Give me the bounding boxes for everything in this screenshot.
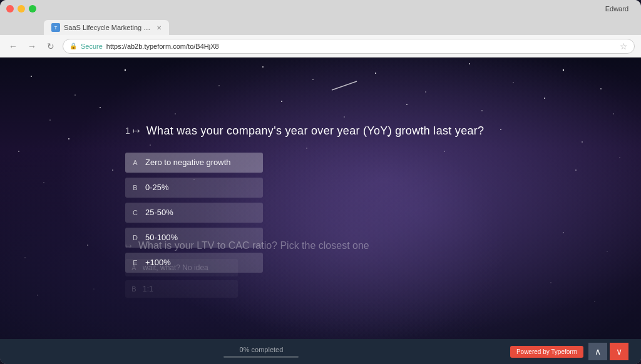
next-question-row: ↦ What is your LTV to CAC ratio? Pick th…: [125, 240, 369, 251]
nav-up-button[interactable]: ∧: [588, 343, 607, 360]
next-question-icon: ↦: [125, 241, 132, 251]
option-a[interactable]: A Zero to negative growth: [125, 153, 263, 173]
next-option-b: B 1:1: [125, 280, 238, 298]
secure-label: Secure: [81, 43, 103, 50]
content-area: 1 ↦ What was your company's year over ye…: [0, 58, 641, 364]
typeform-badge[interactable]: Powered by Typeform: [510, 346, 583, 358]
close-button[interactable]: [6, 5, 14, 13]
question-icon: 1 ↦: [125, 126, 140, 136]
progress-label: 0% completed: [240, 346, 284, 353]
tab-bar: T SaaS Lifecycle Marketing Gro... ✕: [0, 18, 641, 35]
user-name: Edward: [605, 5, 635, 13]
question-row: 1 ↦ What was your company's year over ye…: [125, 124, 484, 138]
next-question-text: What is your LTV to CAC ratio? Pick the …: [138, 240, 369, 251]
nav-down-button[interactable]: ∨: [610, 343, 628, 360]
tab-title: SaaS Lifecycle Marketing Gro...: [64, 24, 153, 31]
bottom-bar: 0% completed Powered by Typeform ∧ ∨: [0, 339, 641, 364]
browser-frame: Edward T SaaS Lifecycle Marketing Gro...…: [0, 0, 641, 364]
option-a-label: Zero to negative growth: [145, 158, 231, 167]
option-b[interactable]: B 0-25%: [125, 178, 263, 198]
url-text: https://ab2b.typeform.com/to/B4HjX8: [106, 43, 219, 50]
option-b-key: B: [125, 178, 145, 198]
option-c-label: 25-50%: [145, 208, 173, 217]
next-option-a-key: A: [125, 259, 143, 276]
option-c-key: C: [125, 203, 145, 223]
active-tab[interactable]: T SaaS Lifecycle Marketing Gro... ✕: [44, 20, 169, 35]
progress-track: [223, 356, 299, 358]
tab-close-icon[interactable]: ✕: [156, 24, 162, 31]
progress-section: 0% completed: [13, 346, 510, 358]
bookmark-icon[interactable]: ☆: [620, 41, 628, 51]
forward-button[interactable]: →: [25, 39, 39, 53]
tab-favicon: T: [51, 23, 60, 32]
nav-arrows: ∧ ∨: [588, 343, 628, 360]
minimize-button[interactable]: [18, 5, 25, 13]
toolbar: ← → ↻ 🔒 Secure https://ab2b.typeform.com…: [0, 35, 641, 58]
next-option-a-label: wait, what? No idea: [143, 263, 208, 272]
option-c[interactable]: C 25-50%: [125, 203, 263, 223]
question-text: What was your company's year over year (…: [146, 124, 485, 138]
next-option-a: A wait, what? No idea: [125, 259, 238, 276]
option-b-label: 0-25%: [145, 183, 169, 192]
next-question-section: ↦ What is your LTV to CAC ratio? Pick th…: [125, 240, 369, 301]
refresh-button[interactable]: ↻: [44, 39, 58, 53]
address-bar[interactable]: 🔒 Secure https://ab2b.typeform.com/to/B4…: [63, 39, 635, 54]
traffic-lights: [6, 5, 36, 13]
lock-icon: 🔒: [69, 43, 77, 49]
maximize-button[interactable]: [29, 5, 36, 13]
option-a-key: A: [125, 153, 145, 173]
next-option-b-label: 1:1: [143, 285, 153, 293]
title-bar: Edward: [0, 0, 641, 18]
back-button[interactable]: ←: [6, 39, 20, 53]
next-option-b-key: B: [125, 280, 143, 298]
